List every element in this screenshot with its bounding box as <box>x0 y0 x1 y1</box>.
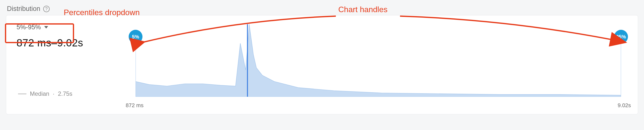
help-icon[interactable]: ? <box>43 6 50 12</box>
median-label: Median <box>30 90 50 97</box>
stats-column: 5%-95% 872 ms–9.02s Median · 2.75s <box>12 20 121 112</box>
panel-header: Distribution ? <box>0 0 644 15</box>
median-swatch-icon <box>18 94 26 94</box>
percentile-dropdown-label: 5%-95% <box>16 23 41 31</box>
median-legend: Median · 2.75s <box>18 90 121 97</box>
x-axis-max: 9.02s <box>618 102 631 109</box>
chart-handle-high-label: 95% <box>616 34 626 40</box>
density-svg <box>136 20 621 97</box>
chart-handle-low-label: 5% <box>132 34 139 40</box>
distribution-card: 5%-95% 872 ms–9.02s Median · 2.75s 5% 95… <box>6 15 638 114</box>
x-axis-min: 872 ms <box>126 102 144 109</box>
chart-handle-high[interactable]: 95% <box>614 30 628 44</box>
chart-handle-low[interactable]: 5% <box>129 30 142 44</box>
density-chart: 5% 95% 872 ms 9.02s <box>121 20 631 112</box>
median-value: 2.75s <box>58 90 72 97</box>
chevron-down-icon <box>44 26 48 29</box>
percentile-dropdown[interactable]: 5%-95% <box>12 21 52 33</box>
range-value: 872 ms–9.02s <box>16 37 121 49</box>
panel-title: Distribution <box>7 5 40 13</box>
